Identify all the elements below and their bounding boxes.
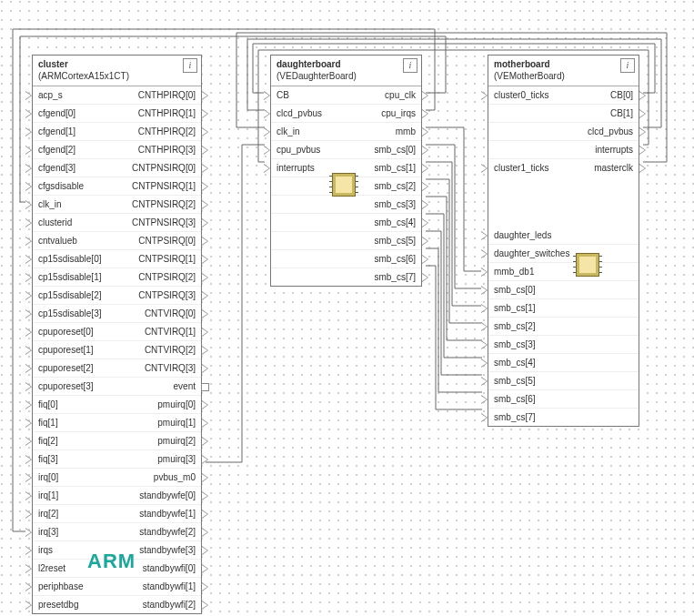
port-row: cpuporeset[3]event [33, 377, 201, 395]
port-triangle-icon [202, 400, 208, 409]
info-icon[interactable]: i [620, 58, 635, 73]
port-row: daughter_leds [488, 227, 639, 244]
port-label-right: smb_cs[5] [374, 232, 416, 249]
port-triangle-icon [202, 91, 208, 100]
port-label-left: fiq[2] [38, 432, 58, 449]
port-triangle-icon [264, 109, 270, 118]
block-motherboard[interactable]: motherboard VEMotherBoard i cluster0_tic… [488, 55, 639, 427]
port-label-right: CNTPNSIRQ[0] [132, 159, 196, 177]
port-triangle-icon [25, 528, 32, 537]
port-triangle-icon [422, 164, 428, 173]
port-label-left: cpuporeset[2] [38, 359, 94, 377]
port-triangle-icon [202, 146, 208, 155]
port-row: cpu_pvbussmb_cs[0] [271, 140, 421, 158]
port-row: smb_cs[7] [488, 408, 639, 426]
port-triangle-icon [202, 291, 208, 300]
port-label-right: CNTVIRQ[0] [145, 305, 196, 322]
port-row: fiq[0]pmuirq[0] [33, 395, 201, 413]
chip-icon [332, 173, 356, 197]
port-triangle-icon [202, 546, 208, 555]
ports: cluster0_ticksCB[0]CB[1]clcd_pvbusinterr… [488, 86, 639, 177]
port-triangle-icon [422, 255, 428, 264]
port-row: fiq[3]pmuirq[3] [33, 449, 201, 468]
port-triangle-icon [202, 127, 208, 136]
port-row: clcd_pvbus [488, 122, 639, 140]
port-label-left: clusterid [38, 214, 72, 231]
port-label-right: interrupts [595, 141, 633, 158]
port-label-right: CNTPSIRQ[1] [138, 250, 196, 268]
port-triangle-icon [25, 182, 32, 191]
port-row: irq[0]pvbus_m0 [33, 468, 201, 486]
port-row: cfgend[3]CNTPNSIRQ[0] [33, 158, 201, 177]
port-label-right: standbywfe[3] [139, 541, 196, 559]
port-label-left: irqs [38, 541, 53, 559]
port-triangle-icon [25, 546, 32, 555]
port-triangle-icon [202, 346, 208, 355]
port-label-left: fiq[0] [38, 396, 58, 413]
port-label-left: irq[3] [38, 523, 58, 540]
port-triangle-icon [264, 91, 270, 100]
block-title: daughterboard [277, 58, 416, 70]
port-label-left: l2reset [38, 560, 65, 577]
port-label-left: fiq[1] [38, 414, 58, 431]
port-triangle-icon [202, 528, 208, 537]
port-row: clcd_pvbuscpu_irqs [271, 104, 421, 122]
port-triangle-icon [639, 127, 646, 136]
port-triangle-icon [25, 400, 32, 409]
block-header: cluster ARMCortexA15x1CT i [33, 56, 201, 86]
port-triangle-icon [25, 291, 32, 300]
port-triangle-icon [202, 309, 208, 318]
port-label-right: pmuirq[3] [157, 450, 196, 468]
port-row: cpuporeset[2]CNTVIRQ[3] [33, 358, 201, 377]
port-label-left: cluster0_ticks [494, 86, 549, 104]
port-label-right: CB[0] [610, 86, 633, 104]
port-label-left: cpuporeset[3] [38, 378, 94, 395]
block-title: motherboard [494, 58, 633, 70]
port-row: cpuporeset[1]CNTVIRQ[2] [33, 340, 201, 358]
port-triangle-icon [202, 273, 208, 282]
port-label-left: cp15sdisable[3] [38, 305, 102, 322]
port-label-left: irq[0] [38, 469, 58, 486]
port-label-right: smb_cs[6] [374, 250, 416, 268]
port-row: interrupts [488, 140, 639, 158]
port-label-right: CNTHPIRQ[3] [138, 141, 196, 158]
port-row: smb_cs[6] [488, 389, 639, 408]
port-row: periphbasestandbywfi[1] [33, 577, 201, 595]
port-triangle-icon [202, 564, 208, 573]
port-triangle-icon [422, 182, 428, 191]
port-row: smb_cs[4] [271, 213, 421, 231]
port-label-left: daughter_leds [494, 227, 551, 244]
port-label-left: cp15sdisable[0] [38, 250, 102, 268]
port-label-left: smb_cs[3] [494, 336, 536, 353]
port-label-left: presetdbg [38, 596, 78, 613]
port-row: cluster1_ticksmasterclk [488, 158, 639, 177]
block-daughterboard[interactable]: daughterboard VEDaughterBoard i CBcpu_cl… [270, 55, 422, 287]
port-triangle-icon [25, 237, 32, 246]
port-label-right: standbywfe[1] [139, 505, 196, 522]
port-triangle-icon [422, 237, 428, 246]
port-row: cfgend[0]CNTHPIRQ[1] [33, 104, 201, 122]
port-triangle-icon [25, 127, 32, 136]
block-header: daughterboard VEDaughterBoard i [271, 56, 421, 86]
port-label-left: smb_cs[4] [494, 354, 536, 371]
port-row: l2resetstandbywfi[0] [33, 559, 201, 577]
port-triangle-icon [264, 146, 270, 155]
info-icon[interactable]: i [403, 58, 417, 73]
port-row: daughter_switches [488, 244, 639, 262]
port-label-left: cfgend[3] [38, 159, 75, 177]
port-label-left: smb_cs[6] [494, 390, 536, 408]
port-label-left: interrupts [277, 159, 315, 177]
block-cluster[interactable]: cluster ARMCortexA15x1CT i acp_sCNTHPIRQ… [32, 55, 202, 614]
port-triangle-icon [202, 364, 208, 373]
port-triangle-icon [481, 322, 488, 331]
port-triangle-icon [422, 91, 428, 100]
port-label-right: cpu_irqs [381, 105, 416, 122]
port-triangle-icon [264, 127, 270, 136]
port-triangle-icon [25, 309, 32, 318]
port-label-right: CNTVIRQ[1] [145, 323, 196, 340]
info-icon[interactable]: i [183, 58, 197, 73]
port-triangle-icon [25, 146, 32, 155]
port-label-left: cpuporeset[1] [38, 341, 94, 358]
port-triangle-icon [25, 109, 32, 118]
port-triangle-icon [25, 200, 32, 209]
